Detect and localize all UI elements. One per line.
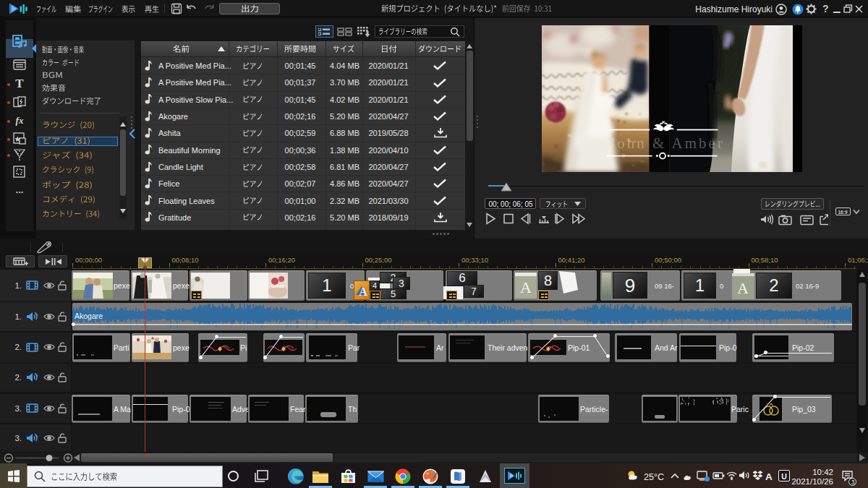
svg-text:A: A xyxy=(737,279,749,297)
svg-text:A: A xyxy=(520,278,532,296)
svg-text:A: A xyxy=(359,286,367,298)
